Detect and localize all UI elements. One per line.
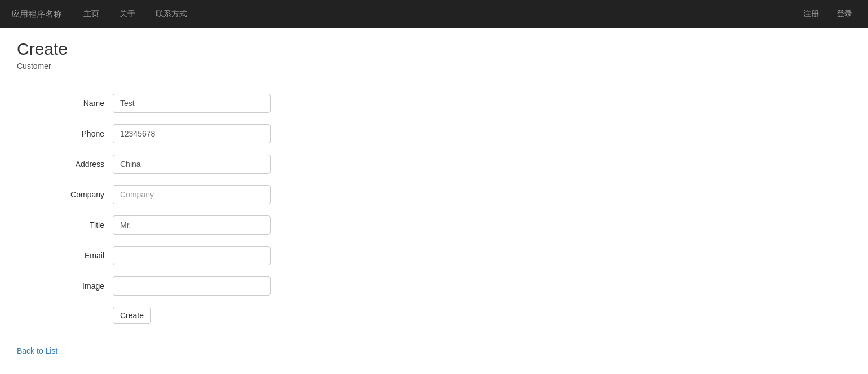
form-group-title-field: Title	[17, 215, 502, 235]
form-group-phone-field: Phone	[17, 124, 502, 143]
label-title-field: Title	[17, 221, 113, 230]
image-field[interactable]	[113, 276, 271, 296]
form-group-email-field: Email	[17, 246, 502, 265]
navbar: 应用程序名称 主页关于联系方式 注册登录	[0, 0, 868, 28]
page-subtitle: Customer	[17, 61, 851, 71]
form-group-name-field: Name	[17, 94, 502, 113]
phone-field[interactable]	[113, 124, 271, 143]
nav-register[interactable]: 注册	[799, 6, 823, 22]
nav-contact[interactable]: 联系方式	[151, 6, 192, 22]
form-container: NamePhoneAddressCompanyTitleEmailImage C…	[17, 94, 502, 324]
nav-home[interactable]: 主页	[79, 6, 104, 22]
main-content: Create Customer NamePhoneAddressCompanyT…	[0, 28, 868, 367]
form-group-company-field: Company	[17, 185, 502, 204]
label-image-field: Image	[17, 281, 113, 291]
label-address-field: Address	[17, 160, 113, 169]
divider	[17, 82, 851, 82]
footer: © 2015 - 我的 ASP.NET 应用程序	[0, 367, 868, 374]
create-button[interactable]: Create	[113, 307, 151, 324]
navbar-brand[interactable]: 应用程序名称	[11, 9, 62, 20]
label-name-field: Name	[17, 99, 113, 108]
back-to-list-link[interactable]: Back to List	[17, 346, 57, 355]
submit-group: Create	[17, 307, 502, 324]
email-field[interactable]	[113, 246, 271, 265]
navbar-links: 主页关于联系方式	[79, 6, 799, 22]
form-fields: NamePhoneAddressCompanyTitleEmailImage	[17, 94, 502, 296]
nav-login[interactable]: 登录	[832, 6, 857, 22]
form-group-address-field: Address	[17, 155, 502, 174]
label-phone-field: Phone	[17, 129, 113, 138]
page-title: Create	[17, 39, 851, 59]
name-field[interactable]	[113, 94, 271, 113]
title-field[interactable]	[113, 215, 271, 235]
navbar-right: 注册登录	[799, 6, 857, 22]
label-company-field: Company	[17, 190, 113, 199]
address-field[interactable]	[113, 155, 271, 174]
form-group-image-field: Image	[17, 276, 502, 296]
company-field[interactable]	[113, 185, 271, 204]
nav-about[interactable]: 关于	[115, 6, 140, 22]
label-email-field: Email	[17, 251, 113, 260]
